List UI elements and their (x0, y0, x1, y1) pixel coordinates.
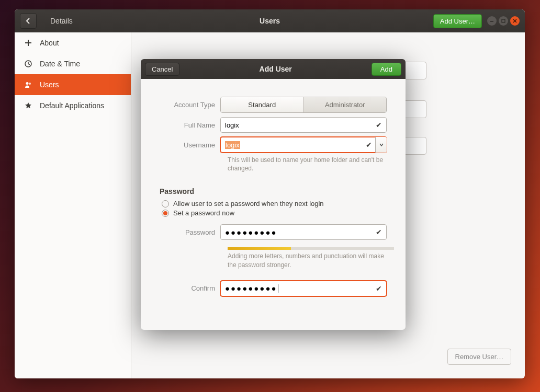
account-type-label: Account Type (160, 101, 220, 109)
radio-set-later[interactable]: Allow user to set a password when they n… (162, 200, 387, 207)
check-icon: ✔ (366, 141, 372, 149)
svg-rect-0 (502, 19, 505, 22)
add-user-button[interactable]: Add User… (433, 14, 482, 28)
text-cursor (278, 284, 278, 293)
full-name-label: Full Name (160, 121, 220, 129)
svg-point-3 (29, 83, 31, 85)
username-label: Username (160, 141, 220, 149)
plus-icon (24, 39, 32, 47)
dialog-body: Account Type Standard Administrator Full… (141, 79, 406, 301)
add-user-dialog: Cancel Add User Add Account Type Standar… (141, 59, 406, 330)
password-label: Password (160, 228, 220, 236)
users-icon (24, 80, 32, 89)
account-type-toggle[interactable]: Standard Administrator (220, 97, 387, 113)
sidebar-item-label: Users (40, 80, 59, 89)
radio-set-now[interactable]: Set a password now (162, 209, 387, 217)
username-field[interactable]: logix ✔ (220, 137, 387, 153)
password-hint: Adding more letters, numbers and punctua… (228, 252, 385, 269)
back-button[interactable] (20, 13, 37, 29)
check-icon: ✔ (376, 121, 382, 129)
page-title: Users (260, 17, 280, 25)
maximize-button[interactable] (499, 16, 508, 26)
sidebar-item-label: Default Applications (40, 101, 104, 110)
sidebar-item-default-apps[interactable]: Default Applications (15, 95, 131, 116)
add-button[interactable]: Add (372, 63, 401, 76)
sidebar-item-users[interactable]: Users (15, 74, 131, 95)
breadcrumb: Details (50, 17, 73, 25)
radio-checked-icon (162, 210, 169, 217)
password-strength-meter (228, 247, 394, 250)
username-dropdown-button[interactable] (375, 137, 387, 153)
cancel-button[interactable]: Cancel (145, 63, 179, 76)
full-name-field[interactable]: ✔ (220, 117, 387, 133)
sidebar-item-label: About (40, 39, 59, 47)
account-type-standard[interactable]: Standard (221, 97, 303, 112)
check-icon: ✔ (376, 284, 382, 293)
confirm-label: Confirm (160, 284, 220, 292)
username-hint: This will be used to name your home fold… (228, 156, 385, 172)
password-section-header: Password (160, 187, 387, 195)
username-value-selected: logix (225, 141, 240, 149)
radio-set-later-label: Allow user to set a password when they n… (173, 200, 324, 207)
minimize-button[interactable] (487, 16, 497, 26)
radio-set-now-label: Set a password now (173, 209, 234, 217)
titlebar: Details Users Add User… (15, 9, 525, 32)
password-field[interactable]: ●●●●●●●●● ✔ (220, 224, 387, 240)
chevron-left-icon (25, 18, 31, 24)
check-icon: ✔ (376, 228, 382, 236)
close-button[interactable] (510, 16, 520, 26)
confirm-field[interactable]: ●●●●●●●●● ✔ (220, 281, 387, 296)
sidebar-item-label: Date & Time (40, 60, 80, 68)
svg-point-2 (26, 82, 29, 85)
window-controls (487, 16, 520, 26)
dialog-header: Cancel Add User Add (141, 59, 406, 79)
sidebar-item-about[interactable]: About (15, 32, 131, 53)
password-value: ●●●●●●●●● (225, 228, 277, 237)
password-strength-fill (228, 247, 291, 250)
confirm-value: ●●●●●●●●● (225, 284, 277, 293)
sidebar: About Date & Time Users Default Applicat… (15, 32, 131, 378)
full-name-input[interactable] (225, 121, 376, 129)
sidebar-item-date-time[interactable]: Date & Time (15, 53, 131, 74)
account-type-admin[interactable]: Administrator (303, 97, 387, 112)
star-icon (24, 101, 32, 110)
clock-icon (24, 60, 32, 68)
chevron-down-icon (379, 142, 384, 147)
remove-user-button[interactable]: Remove User… (447, 349, 511, 365)
dialog-title: Add User (179, 65, 371, 73)
radio-icon (162, 200, 169, 207)
